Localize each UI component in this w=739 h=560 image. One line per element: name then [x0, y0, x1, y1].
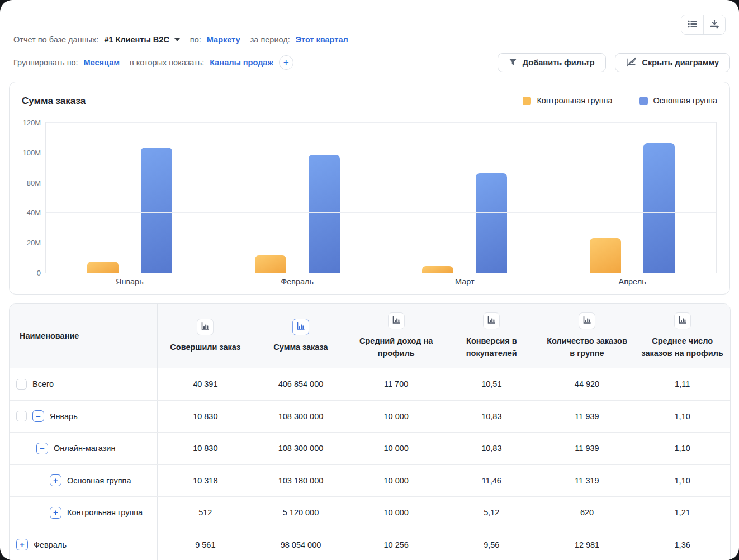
row-value-cell: 10 000 — [348, 433, 444, 464]
by-select[interactable]: Маркету — [207, 35, 240, 44]
table-row: +Контрольная группа5125 120 00010 0005,1… — [10, 497, 730, 529]
row-expand-button[interactable]: + — [50, 474, 61, 486]
row-value-cell: 98 054 000 — [253, 529, 349, 560]
row-checkbox[interactable] — [16, 411, 27, 421]
bar-chart-icon — [296, 322, 305, 332]
y-axis-tick-label: 100M — [22, 148, 41, 156]
row-value-cell: 108 300 000 — [253, 401, 349, 433]
report-table: Наименование Совершили заказСумма заказа… — [9, 303, 731, 560]
add-group-button[interactable]: + — [279, 55, 293, 70]
column-chart-toggle-active[interactable] — [292, 319, 309, 335]
row-value-cell: 12 981 — [539, 529, 635, 560]
bar-control-group[interactable] — [255, 255, 286, 273]
row-label: Онлайн-магазин — [54, 444, 115, 453]
bar-control-group[interactable] — [87, 262, 119, 273]
row-value-cell: 10 318 — [158, 465, 253, 497]
action-buttons: Добавить фильтр Скрыть диаграмму — [498, 53, 730, 72]
row-value-cell: 620 — [539, 497, 635, 529]
column-header: Количество заказов в группе — [539, 304, 635, 368]
legend-swatch — [523, 97, 531, 105]
bar-chart-icon — [392, 316, 401, 326]
column-header: Совершили заказ — [158, 304, 253, 368]
column-chart-toggle[interactable] — [388, 312, 405, 329]
chart-title: Сумма заказа — [22, 96, 86, 107]
bar-main-group[interactable] — [643, 143, 675, 273]
row-value-cell: 11 939 — [539, 401, 635, 433]
bar-control-group[interactable] — [422, 266, 453, 273]
x-axis-label: Март — [422, 277, 507, 286]
row-value-cell: 40 391 — [158, 368, 253, 400]
bar-groups — [46, 122, 716, 273]
column-header: Сумма заказа — [253, 304, 349, 368]
period-select[interactable]: Этот квартал — [296, 35, 348, 44]
row-label: Всего — [32, 379, 54, 388]
hide-chart-button[interactable]: Скрыть диаграмму — [615, 53, 730, 72]
row-value-cell: 5 120 000 — [253, 497, 349, 529]
y-axis-tick-label: 40M — [27, 208, 41, 217]
column-chart-toggle[interactable] — [483, 312, 500, 329]
legend-item: Контрольная группа — [523, 96, 612, 105]
column-chart-toggle[interactable] — [579, 312, 595, 329]
add-filter-button[interactable]: Добавить фильтр — [498, 53, 606, 72]
bar-chart-icon — [487, 316, 496, 326]
group-by-label: Группировать по: — [13, 58, 78, 67]
y-axis-tick-label: 20M — [27, 239, 41, 247]
list-view-button[interactable] — [681, 15, 703, 34]
name-column-header: Наименование — [10, 304, 158, 368]
bar-group — [590, 143, 675, 273]
column-chart-toggle[interactable] — [674, 312, 691, 329]
gridline — [46, 122, 716, 123]
grouping-row: Группировать по: Месяцам в которых показ… — [13, 53, 730, 72]
show-in-select[interactable]: Каналы продаж — [210, 58, 273, 67]
column-header: Среднее число заказов на профиль — [634, 304, 730, 368]
legend-item: Основная группа — [639, 96, 717, 105]
column-header-label: Конверсия в покупателей — [451, 335, 533, 359]
table-row: Всего40 391406 854 00011 70010,5144 9201… — [10, 368, 730, 401]
bar-group — [87, 148, 172, 273]
column-header-label: Количество заказов в группе — [546, 335, 628, 359]
bar-chart-icon — [582, 316, 591, 326]
row-value-cell: 10 000 — [348, 497, 444, 529]
x-axis-label: Январь — [87, 277, 172, 286]
chart-strikethrough-icon — [626, 57, 637, 68]
row-checkbox[interactable] — [16, 379, 27, 390]
row-value-cell: 5,12 — [444, 497, 539, 529]
row-value-cell: 11,46 — [444, 465, 539, 497]
y-axis-tick-label: 0 — [37, 269, 41, 277]
table-row: −Январь10 830108 300 00010 00010,8311 93… — [10, 401, 730, 433]
row-value-cell: 1,10 — [634, 401, 730, 433]
bar-main-group[interactable] — [476, 173, 507, 273]
download-button[interactable] — [703, 15, 725, 34]
column-header: Средний доход на профиль — [348, 304, 444, 368]
row-value-cell: 10 000 — [348, 401, 444, 433]
bar-control-group[interactable] — [590, 238, 621, 273]
view-actions-group — [681, 15, 726, 35]
row-value-cell: 10 830 — [158, 401, 253, 433]
database-select[interactable]: #1 Клиенты B2C — [104, 35, 179, 44]
bar-group — [255, 155, 340, 273]
gridline — [46, 243, 716, 243]
column-chart-toggle[interactable] — [197, 319, 214, 335]
column-header-label: Среднее число заказов на профиль — [641, 335, 723, 359]
y-axis-tick-label: 80M — [27, 178, 41, 187]
group-by-select[interactable]: Месяцам — [84, 58, 120, 67]
add-filter-label: Добавить фильтр — [523, 58, 595, 67]
row-value-cell: 11 319 — [539, 465, 635, 497]
bar-group — [422, 173, 507, 273]
chart-legend: Контрольная группаОсновная группа — [523, 96, 717, 105]
row-name-cell: +Февраль — [10, 529, 158, 560]
row-collapse-button[interactable]: − — [32, 410, 44, 422]
bar-main-group[interactable] — [141, 148, 172, 273]
table-header-row: Наименование Совершили заказСумма заказа… — [10, 304, 730, 368]
row-collapse-button[interactable]: − — [36, 443, 48, 454]
x-axis-label: Февраль — [255, 277, 340, 286]
row-expand-button[interactable]: + — [16, 539, 28, 550]
row-value-cell: 1,21 — [634, 497, 730, 529]
bar-main-group[interactable] — [309, 155, 340, 273]
column-header-label: Средний доход на профиль — [355, 335, 437, 359]
row-value-cell: 406 854 000 — [253, 368, 349, 400]
bar-chart-icon — [678, 316, 687, 326]
gridline — [46, 212, 716, 213]
row-name-cell: +Основная группа — [10, 465, 158, 497]
row-expand-button[interactable]: + — [50, 507, 61, 519]
